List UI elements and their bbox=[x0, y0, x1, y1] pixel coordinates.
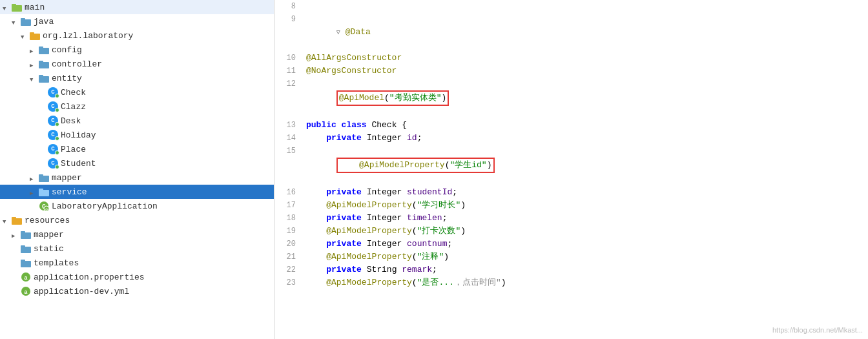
svg-text:a: a bbox=[24, 275, 28, 282]
code-line-15: 15 @ApiModelProperty("学生id") bbox=[274, 145, 868, 186]
tree-label-app-properties: application.properties bbox=[34, 272, 145, 282]
svg-rect-25 bbox=[21, 245, 25, 248]
tree-label-resources: resources bbox=[25, 216, 70, 225]
class-icon-clazz: C bbox=[48, 101, 58, 112]
line-num-21: 21 bbox=[274, 251, 304, 263]
svg-rect-13 bbox=[39, 174, 43, 177]
line-num-11: 11 bbox=[274, 65, 304, 77]
line-num-17: 17 bbox=[274, 199, 304, 212]
line-num-20: 20 bbox=[274, 238, 304, 251]
svg-rect-1 bbox=[12, 4, 16, 6]
tree-item-clazz[interactable]: C Clazz bbox=[0, 99, 274, 114]
tree-label-org: org.lzl.laboratory bbox=[43, 31, 133, 41]
folder-icon-main bbox=[12, 3, 22, 12]
tree-label-place: Place bbox=[61, 145, 86, 154]
code-line-12: 12 @ApiModel("考勤实体类") bbox=[274, 77, 868, 119]
tree-label-service: service bbox=[52, 187, 87, 197]
line-num-9: 9 bbox=[274, 13, 304, 26]
code-editor: 8 9 ▽@Data 10 @AllArgsConstructor 11 @No… bbox=[274, 0, 868, 339]
tree-item-static[interactable]: static bbox=[0, 241, 274, 256]
line-num-18: 18 bbox=[274, 212, 304, 225]
tree-item-app-properties[interactable]: a application.properties bbox=[0, 270, 274, 284]
svg-rect-11 bbox=[39, 75, 43, 77]
arrow-controller bbox=[30, 60, 37, 68]
tree-item-resources-mapper[interactable]: mapper bbox=[0, 227, 274, 241]
line-content-21: @ApiModelProperty("注释") bbox=[304, 251, 868, 263]
tree-item-controller[interactable]: controller bbox=[0, 57, 274, 71]
line-content-12: @ApiModel("考勤实体类") bbox=[304, 77, 868, 119]
tree-item-holiday[interactable]: C Holiday bbox=[0, 128, 274, 142]
watermark: https://blog.csdn.net/Mkast... bbox=[772, 326, 863, 334]
line-content-23: @ApiModelProperty("是否...，点击时间") bbox=[304, 276, 868, 289]
line-content-19: @ApiModelProperty("打卡次数") bbox=[304, 225, 868, 238]
line-content-22: private String remark; bbox=[304, 263, 868, 276]
tree-item-app-dev-yml[interactable]: a application-dev.yml bbox=[0, 284, 274, 298]
svg-rect-7 bbox=[39, 46, 43, 49]
class-icon-holiday: C bbox=[48, 130, 58, 140]
line-content-15: @ApiModelProperty("学生id") bbox=[304, 145, 868, 186]
spring-icon-app-dev: a bbox=[21, 286, 31, 296]
tree-item-entity[interactable]: entity bbox=[0, 71, 274, 85]
folder-icon-config bbox=[39, 46, 49, 54]
tree-item-main[interactable]: main bbox=[0, 0, 274, 14]
arrow-service bbox=[30, 188, 37, 196]
tree-item-resources[interactable]: resources bbox=[0, 213, 274, 227]
line-num-13: 13 bbox=[274, 119, 304, 132]
line-content-10: @AllArgsConstructor bbox=[304, 52, 868, 65]
tree-item-service[interactable]: service bbox=[0, 185, 274, 199]
tree-label-app-dev-yml: application-dev.yml bbox=[34, 287, 129, 296]
line-num-15: 15 bbox=[274, 145, 304, 158]
tree-label-entity: entity bbox=[52, 74, 82, 83]
code-line-23: 23 @ApiModelProperty("是否...，点击时间") bbox=[274, 276, 868, 289]
svg-rect-9 bbox=[39, 61, 43, 63]
code-line-11: 11 @NoArgsConstructor bbox=[274, 65, 868, 77]
svg-rect-21 bbox=[12, 217, 16, 220]
class-icon-place: C bbox=[48, 144, 58, 154]
code-line-16: 16 private Integer studentId; bbox=[274, 186, 868, 199]
tree-item-desk[interactable]: C Desk bbox=[0, 114, 274, 128]
svg-rect-15 bbox=[39, 189, 43, 191]
class-icon-desk: C bbox=[48, 116, 58, 126]
tree-item-place[interactable]: C Place bbox=[0, 142, 274, 156]
svg-text:a: a bbox=[24, 289, 28, 296]
tree-label-java: java bbox=[34, 17, 54, 26]
folder-icon-static bbox=[21, 245, 31, 253]
code-line-20: 20 private Integer countnum; bbox=[274, 238, 868, 251]
arrow-res-mapper bbox=[12, 231, 19, 238]
tree-item-templates[interactable]: templates bbox=[0, 256, 274, 270]
tree-label-controller: controller bbox=[52, 59, 102, 69]
class-icon-student: C bbox=[48, 158, 58, 169]
tree-item-config[interactable]: config bbox=[0, 43, 274, 57]
tree-item-mapper[interactable]: mapper bbox=[0, 170, 274, 185]
line-content-18: private Integer timelen; bbox=[304, 212, 868, 225]
line-content-14: private Integer id; bbox=[304, 132, 868, 145]
line-num-16: 16 bbox=[274, 186, 304, 199]
tree-label-clazz: Clazz bbox=[61, 102, 86, 112]
tree-label-res-mapper: mapper bbox=[34, 230, 64, 240]
arrow-mapper bbox=[30, 174, 37, 181]
code-line-14: 14 private Integer id; bbox=[274, 132, 868, 145]
tree-item-laboratory-app[interactable]: C ⚙ LaboratoryApplication bbox=[0, 199, 274, 213]
tree-item-org[interactable]: org.lzl.laboratory bbox=[0, 28, 274, 43]
tree-item-student[interactable]: C Student bbox=[0, 156, 274, 170]
file-tree[interactable]: main java org.lzl.laboratory config cont… bbox=[0, 0, 274, 339]
fold-icon-9[interactable]: ▽ bbox=[336, 26, 344, 34]
code-line-10: 10 @AllArgsConstructor bbox=[274, 52, 868, 65]
line-num-22: 22 bbox=[274, 263, 304, 276]
folder-icon-mapper bbox=[39, 174, 49, 182]
folder-icon-resources bbox=[12, 216, 22, 225]
tree-item-java[interactable]: java bbox=[0, 14, 274, 28]
code-line-17: 17 @ApiModelProperty("学习时长") bbox=[274, 199, 868, 212]
folder-icon-service bbox=[39, 188, 49, 196]
svg-text:⚙: ⚙ bbox=[45, 207, 48, 211]
tree-label-desk: Desk bbox=[61, 116, 81, 126]
code-line-22: 22 private String remark; bbox=[274, 263, 868, 276]
spring-icon-app-props: a bbox=[21, 272, 31, 282]
tree-item-check[interactable]: C Check bbox=[0, 85, 274, 99]
arrow-java bbox=[12, 17, 19, 25]
highlight-box-15: @ApiModelProperty("学生id") bbox=[336, 158, 495, 173]
code-line-19: 19 @ApiModelProperty("打卡次数") bbox=[274, 225, 868, 238]
line-content-13: public class Check { bbox=[304, 119, 868, 132]
class-icon-check: C bbox=[48, 87, 58, 98]
tree-label-holiday: Holiday bbox=[61, 130, 96, 140]
